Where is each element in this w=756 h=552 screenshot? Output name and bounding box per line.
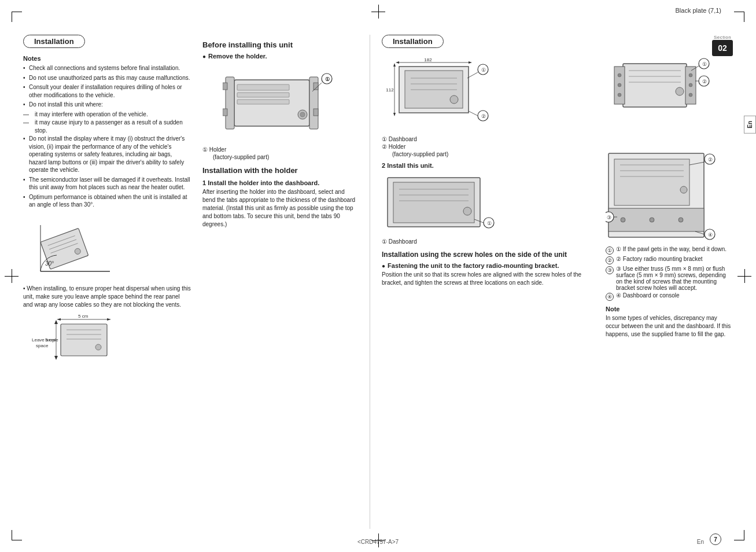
bracket-diagram-bottom: ② ③ ④ bbox=[606, 150, 721, 243]
svg-text:②: ② bbox=[702, 79, 707, 84]
notes-list: Check all connections and systems before… bbox=[23, 64, 191, 209]
crosshair-left bbox=[5, 269, 19, 283]
svg-point-74 bbox=[618, 73, 621, 77]
note-text: In some types of vehicles, discrepancy m… bbox=[606, 314, 733, 338]
install-with-holder-heading: Installation with the holder bbox=[202, 166, 358, 175]
svg-text:①: ① bbox=[325, 76, 330, 82]
angle-svg: 30° bbox=[35, 214, 116, 280]
svg-point-63 bbox=[463, 207, 471, 215]
right-callout-2: ② ② Factory radio mounting bracket bbox=[606, 256, 733, 264]
svg-rect-26 bbox=[237, 100, 289, 104]
svg-text:②: ② bbox=[481, 113, 486, 119]
dashboard-callout-1: ① Dashboard bbox=[382, 136, 597, 142]
holder-callout-text: ① Holder bbox=[202, 146, 226, 153]
svg-marker-46 bbox=[393, 113, 396, 116]
svg-marker-17 bbox=[54, 320, 58, 324]
note-item-5: Do not install the display where it may … bbox=[23, 135, 191, 174]
svg-rect-34 bbox=[314, 109, 318, 116]
note-item-7: Optimum performance is obtained when the… bbox=[23, 193, 191, 209]
callout-num-4: ④ bbox=[606, 293, 614, 301]
svg-point-91 bbox=[680, 186, 687, 193]
step1-text: After inserting the holder into the dash… bbox=[202, 188, 358, 229]
english-tab: En bbox=[744, 116, 756, 134]
main-content: Installation Notes Check all connections… bbox=[23, 35, 733, 529]
dashboard-label-2: ① Dashboard bbox=[382, 238, 417, 245]
svg-text:space: space bbox=[36, 343, 49, 348]
footer-code: <CRD4757-A>7 bbox=[357, 539, 399, 545]
angle-diagram: 30° bbox=[35, 214, 116, 280]
ample-space-text: • When installing, to ensure proper heat… bbox=[23, 285, 191, 309]
crosshair-top bbox=[371, 5, 385, 19]
before-heading: Before installing this unit bbox=[202, 41, 358, 49]
left-column: Installation Notes Check all connections… bbox=[23, 35, 202, 529]
holder-callout-sub: (factory-supplied part) bbox=[202, 154, 358, 160]
svg-text:182: 182 bbox=[424, 58, 432, 62]
footer-lang: En bbox=[697, 539, 704, 545]
svg-point-93 bbox=[621, 218, 625, 222]
screw-heading: Installation using the screw holes on th… bbox=[382, 251, 597, 259]
holder-callout-2: ② Holder bbox=[382, 143, 597, 150]
svg-point-78 bbox=[689, 83, 692, 87]
svg-rect-25 bbox=[237, 93, 289, 97]
svg-marker-42 bbox=[469, 61, 472, 64]
holder-sub-label: (factory-supplied part) bbox=[382, 151, 597, 157]
bracket-svg-bottom: ② ③ ④ bbox=[606, 150, 721, 243]
holder-svg: ① bbox=[223, 62, 338, 143]
callout-num-1: ① bbox=[606, 246, 614, 255]
bracket-svg-top: ① ② bbox=[606, 52, 721, 145]
svg-rect-33 bbox=[314, 83, 318, 90]
svg-rect-67 bbox=[623, 64, 687, 107]
svg-text:①: ① bbox=[487, 220, 492, 226]
svg-text:5 cm: 5 cm bbox=[45, 337, 56, 343]
page-number-area: 7 bbox=[710, 533, 721, 545]
svg-text:①: ① bbox=[702, 61, 707, 67]
svg-point-95 bbox=[678, 218, 683, 222]
dashboard-diagram: 182 112 ① ② bbox=[382, 58, 497, 133]
remove-holder-heading: Remove the holder. bbox=[202, 53, 358, 60]
right-right-col: ① ② bbox=[606, 35, 733, 529]
note-item-6: The semiconductor laser will be damaged … bbox=[23, 176, 191, 192]
dashboard-callout-2: ① Dashboard bbox=[382, 238, 597, 245]
svg-rect-32 bbox=[223, 109, 227, 116]
page-title: Black plate (7,1) bbox=[676, 7, 721, 14]
corner-mark-br bbox=[734, 530, 744, 540]
mid-column: Before installing this unit Remove the h… bbox=[202, 35, 370, 529]
svg-text:5 cm: 5 cm bbox=[78, 314, 88, 319]
svg-point-75 bbox=[618, 83, 621, 87]
svg-text:③: ③ bbox=[607, 215, 611, 220]
svg-text:112: 112 bbox=[386, 87, 394, 93]
right-left-col: Installation 182 bbox=[382, 35, 606, 529]
callout-num-3: ③ bbox=[606, 266, 614, 274]
footer-en: En bbox=[697, 539, 704, 545]
svg-text:④: ④ bbox=[708, 232, 713, 238]
svg-rect-59 bbox=[393, 182, 474, 223]
install-svg: ① bbox=[382, 172, 497, 235]
svg-text:①: ① bbox=[481, 67, 486, 73]
notes-title: Notes bbox=[23, 55, 191, 62]
svg-point-12 bbox=[95, 344, 101, 350]
right-columns: Installation 182 bbox=[370, 35, 733, 529]
svg-point-76 bbox=[618, 93, 621, 97]
dashboard-svg: 182 112 ① ② bbox=[382, 58, 497, 133]
svg-marker-45 bbox=[393, 63, 396, 67]
svg-point-94 bbox=[650, 218, 654, 222]
note-title: Note bbox=[606, 306, 733, 312]
note-sub-2: it may cause injury to a passenger as a … bbox=[23, 119, 191, 134]
svg-rect-24 bbox=[237, 84, 289, 90]
svg-text:②: ② bbox=[708, 157, 713, 163]
svg-point-79 bbox=[689, 93, 692, 97]
note-section: Note In some types of vehicles, discrepa… bbox=[606, 306, 733, 338]
left-section-header: Installation bbox=[23, 35, 85, 48]
corner-mark-bl bbox=[12, 530, 22, 540]
dashboard-label-1: ① Dashboard bbox=[382, 136, 417, 142]
svg-marker-18 bbox=[54, 356, 58, 360]
crosshair-right bbox=[737, 269, 751, 283]
page-num-circle: 7 bbox=[710, 533, 721, 545]
svg-marker-15 bbox=[107, 318, 111, 321]
svg-point-77 bbox=[689, 73, 692, 77]
callout-text-2: ② Factory radio mounting bracket bbox=[616, 256, 703, 262]
note-item-1: Check all connections and systems before… bbox=[23, 64, 191, 72]
fastening-heading: Fastening the unit to the factory radio-… bbox=[382, 262, 597, 269]
note-item-2: Do not use unauthorized parts as this ma… bbox=[23, 74, 191, 82]
callout-text-3: ③ Use either truss (5 mm × 8 mm) or flus… bbox=[616, 266, 733, 291]
